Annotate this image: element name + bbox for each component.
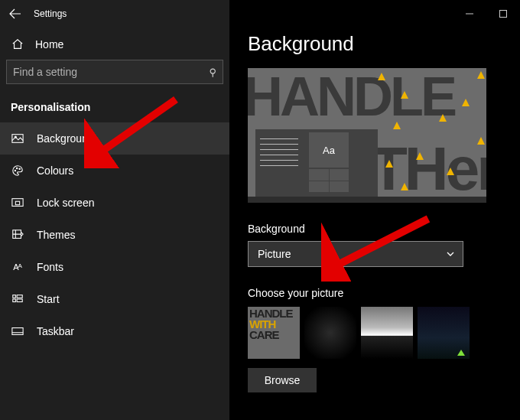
sidebar-item-background[interactable]: Background: [0, 122, 229, 155]
search-input[interactable]: [13, 66, 209, 78]
svg-point-2: [15, 170, 15, 171]
browse-label: Browse: [265, 374, 301, 386]
thumb-text: HANDLEWITHCARE: [249, 308, 293, 340]
fonts-icon: AA: [11, 262, 24, 272]
svg-rect-10: [13, 299, 16, 302]
svg-rect-8: [13, 295, 16, 298]
choose-picture-label: Choose your picture: [248, 287, 503, 299]
section-header: Personalisation: [0, 84, 229, 119]
svg-rect-15: [500, 11, 507, 18]
window-title: Settings: [34, 8, 67, 19]
search-icon: ⚲: [209, 67, 216, 78]
desktop-preview: HANDLE THere Aa: [248, 68, 486, 203]
picture-thumb-4[interactable]: [418, 307, 470, 359]
sidebar-item-start[interactable]: Start: [0, 283, 229, 315]
maximize-button[interactable]: [486, 5, 520, 23]
sidebar-item-taskbar[interactable]: Taskbar: [0, 315, 229, 347]
home-icon: [11, 38, 24, 50]
svg-rect-9: [17, 295, 22, 298]
nav-label: Fonts: [37, 261, 63, 273]
minimize-button[interactable]: [453, 5, 486, 23]
content-pane: Background HANDLE THere Aa Background Pi…: [229, 0, 520, 420]
nav-label: Start: [37, 293, 60, 305]
browse-button[interactable]: Browse: [248, 368, 317, 392]
dropdown-value: Picture: [258, 248, 291, 260]
preview-taskbar: [248, 197, 486, 203]
nav-label: Colours: [37, 164, 73, 177]
lockscreen-icon: [11, 197, 24, 209]
background-select-label: Background: [248, 223, 503, 235]
taskbar-icon: [11, 325, 24, 337]
picture-thumb-3[interactable]: [361, 307, 413, 359]
home-nav[interactable]: Home: [0, 31, 229, 60]
window-controls: [453, 5, 520, 23]
sidebar-item-themes[interactable]: Themes: [0, 219, 229, 251]
search-box[interactable]: ⚲: [6, 60, 223, 84]
svg-rect-6: [15, 201, 19, 204]
background-dropdown[interactable]: Picture: [248, 241, 463, 267]
back-button[interactable]: [9, 8, 23, 20]
settings-sidebar: Settings Home ⚲ Personalisation Backgrou…: [0, 0, 229, 420]
svg-point-4: [19, 168, 20, 169]
home-label: Home: [35, 38, 63, 50]
preview-start-overlay: Aa: [255, 129, 378, 197]
svg-rect-12: [12, 328, 23, 335]
picture-thumbnails: HANDLEWITHCARE: [248, 307, 503, 359]
sidebar-item-lockscreen[interactable]: Lock screen: [0, 187, 229, 219]
preview-bg-text-bottom: THere: [370, 134, 486, 203]
chevron-down-icon: [446, 249, 455, 259]
picture-thumb-2[interactable]: [304, 307, 356, 359]
svg-rect-11: [17, 299, 22, 302]
nav-label: Lock screen: [37, 197, 94, 209]
titlebar: Settings: [0, 5, 229, 31]
svg-point-3: [16, 168, 17, 168]
palette-icon: [11, 164, 24, 177]
picture-icon: [11, 132, 24, 145]
themes-icon: [11, 229, 24, 241]
sidebar-item-fonts[interactable]: AA Fonts: [0, 251, 229, 283]
nav-label: Taskbar: [37, 325, 74, 337]
sidebar-nav: Background Colours Lock screen Themes AA…: [0, 122, 229, 347]
nav-label: Themes: [37, 229, 76, 241]
preview-sample-tile: Aa: [309, 132, 349, 168]
picture-thumb-1[interactable]: HANDLEWITHCARE: [248, 307, 300, 359]
start-icon: [11, 293, 24, 305]
nav-label: Background: [37, 132, 94, 145]
preview-bg-text-top: HANDLE: [248, 68, 454, 128]
sidebar-item-colours[interactable]: Colours: [0, 155, 229, 187]
page-heading: Background: [248, 32, 503, 56]
